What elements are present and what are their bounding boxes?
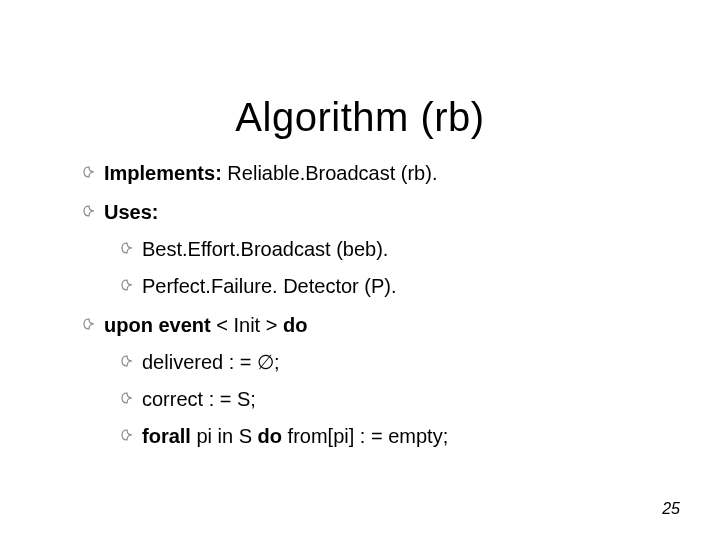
implements-value: Reliable.Broadcast (rb). (222, 162, 438, 184)
forall-mid: pi in S (191, 425, 258, 447)
item-upon-init: upon event < Init > do delivered : = ∅; (82, 314, 662, 448)
upon-prefix: upon event (104, 314, 216, 336)
leaf-bullet-icon (120, 391, 134, 405)
uses-beb: Best.Effort.Broadcast (beb). (120, 238, 662, 261)
leaf-bullet-icon (82, 204, 96, 218)
bullet-list: Implements: Reliable.Broadcast (rb). Use… (82, 162, 662, 448)
init-forall: forall pi in S do from[pi] : = empty; (120, 425, 662, 448)
uses-sublist: Best.Effort.Broadcast (beb). Perfect.Fai… (104, 238, 662, 298)
slide: Algorithm (rb) Implements: Reliable.Broa… (0, 0, 720, 540)
uses-pfd-text: Perfect.Failure. Detector (P). (142, 275, 397, 297)
uses-pfd: Perfect.Failure. Detector (P). (120, 275, 662, 298)
init-delivered: delivered : = ∅; (120, 351, 662, 374)
item-implements: Implements: Reliable.Broadcast (rb). (82, 162, 662, 185)
slide-title: Algorithm (rb) (0, 95, 720, 140)
uses-beb-text: Best.Effort.Broadcast (beb). (142, 238, 388, 260)
leaf-bullet-icon (120, 278, 134, 292)
upon-mid: < Init > (216, 314, 283, 336)
upon-do: do (283, 314, 307, 336)
leaf-bullet-icon (82, 317, 96, 331)
leaf-bullet-icon (120, 354, 134, 368)
init-delivered-text: delivered : = ∅; (142, 351, 280, 373)
leaf-bullet-icon (120, 241, 134, 255)
slide-body: Implements: Reliable.Broadcast (rb). Use… (82, 162, 662, 464)
init-correct-text: correct : = S; (142, 388, 256, 410)
uses-label: Uses: (104, 201, 158, 223)
forall-tail: from[pi] : = empty; (282, 425, 448, 447)
forall-do: do (258, 425, 282, 447)
init-sublist: delivered : = ∅; correct : = S; (104, 351, 662, 448)
page-number: 25 (662, 500, 680, 518)
leaf-bullet-icon (82, 165, 96, 179)
item-uses: Uses: Best.Effort.Broadcast (beb). (82, 201, 662, 298)
forall-keyword: forall (142, 425, 191, 447)
init-correct: correct : = S; (120, 388, 662, 411)
implements-label: Implements: (104, 162, 222, 184)
leaf-bullet-icon (120, 428, 134, 442)
